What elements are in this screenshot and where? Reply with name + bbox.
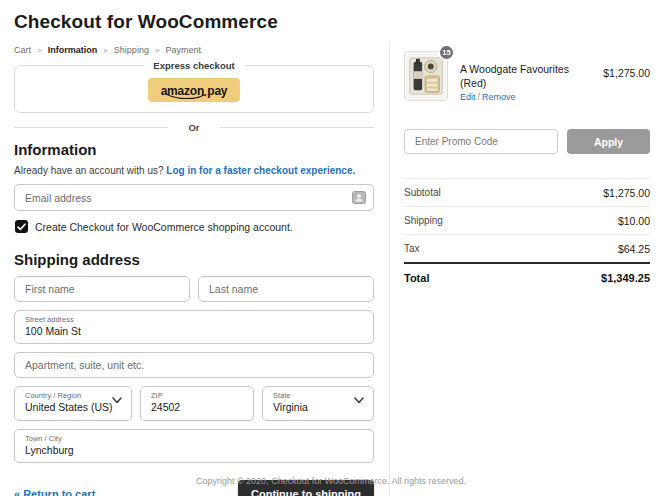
breadcrumb-separator: > (103, 46, 108, 55)
breadcrumb-payment[interactable]: Payment (166, 45, 202, 55)
state-select[interactable]: State Virginia (262, 386, 374, 420)
country-label: Country / Region (25, 391, 121, 401)
autofill-contact-icon[interactable] (352, 191, 366, 204)
apartment-row (14, 352, 374, 378)
shipping-cost-value: $10.00 (618, 215, 650, 227)
create-account-checkbox[interactable] (15, 220, 28, 233)
account-prompt-text: Already have an account with us? (14, 165, 164, 176)
subtotal-label: Subtotal (404, 187, 441, 198)
zip-field[interactable]: ZIP 24502 (140, 386, 254, 420)
state-label: State (273, 391, 363, 401)
or-label: Or (188, 122, 199, 133)
email-field-wrap (14, 184, 374, 211)
chevron-down-icon (112, 397, 122, 404)
breadcrumb: Cart > Information > Shipping > Payment (14, 45, 374, 55)
return-to-cart-link[interactable]: « Return to cart (14, 488, 95, 496)
shipping-cost-row: Shipping $10.00 (404, 207, 650, 235)
last-name-field[interactable] (198, 276, 374, 302)
apartment-field[interactable] (14, 352, 374, 378)
apply-promo-button[interactable]: Apply (567, 129, 650, 154)
cart-item-row: 15 A Woodgate Favourites (Red) Edit/Remo… (404, 51, 650, 102)
street-address-field[interactable]: Street address 100 Main St (14, 310, 374, 344)
express-checkout-box: Express checkout amazon pay (14, 65, 374, 113)
amazon-smile-icon (165, 93, 207, 99)
shipping-section: Shipping address Street address 100 Main… (14, 251, 374, 463)
country-value: United States (US) (25, 401, 121, 415)
breadcrumb-information[interactable]: Information (48, 45, 98, 55)
subtotal-value: $1,275.00 (603, 187, 650, 199)
town-city-value: Lynchburg (25, 444, 363, 458)
amazon-pay-button[interactable]: amazon pay (148, 78, 240, 102)
total-label: Total (404, 272, 429, 284)
promo-code-input[interactable] (404, 129, 558, 154)
town-city-label: Town / City (25, 434, 363, 444)
content-columns: Cart > Information > Shipping > Payment … (0, 41, 662, 496)
street-address-label: Street address (25, 315, 363, 325)
product-links: Edit/Remove (460, 92, 595, 102)
state-value: Virginia (273, 401, 363, 415)
product-thumbnail-wrap: 15 (404, 51, 448, 101)
remove-item-link[interactable]: Remove (482, 92, 516, 102)
copyright-footer: Copyright © 2020, Checkout for WooCommer… (0, 476, 662, 486)
create-account-row[interactable]: Create Checkout for WooCommerce shopping… (15, 220, 374, 233)
quantity-badge: 15 (438, 44, 455, 61)
zip-value: 24502 (151, 401, 243, 415)
order-summary-sidebar: 15 A Woodgate Favourites (Red) Edit/Remo… (389, 41, 650, 496)
tax-row: Tax $64.25 (404, 235, 650, 262)
create-account-label: Create Checkout for WooCommerce shopping… (35, 221, 293, 233)
shipping-heading: Shipping address (14, 251, 374, 268)
street-address-value: 100 Main St (25, 325, 363, 339)
region-row: Country / Region United States (US) ZIP … (14, 386, 374, 420)
shipping-cost-label: Shipping (404, 215, 443, 226)
product-info: A Woodgate Favourites (Red) Edit/Remove (460, 51, 595, 102)
chevron-down-icon (354, 397, 364, 404)
product-price: $1,275.00 (603, 51, 650, 79)
breadcrumb-separator: > (155, 46, 160, 55)
breadcrumb-shipping[interactable]: Shipping (114, 45, 149, 55)
order-totals: Subtotal $1,275.00 Shipping $10.00 Tax $… (404, 178, 650, 292)
checkout-page: Checkout for WooCommerce Cart > Informat… (0, 0, 662, 496)
product-name: A Woodgate Favourites (Red) (460, 63, 595, 90)
tax-label: Tax (404, 243, 420, 254)
login-link[interactable]: Log in for a faster checkout experience. (166, 165, 355, 176)
page-title: Checkout for WooCommerce (0, 0, 662, 41)
name-row (14, 276, 374, 302)
information-heading: Information (14, 141, 374, 158)
tax-value: $64.25 (618, 243, 650, 255)
country-select[interactable]: Country / Region United States (US) (14, 386, 132, 420)
total-value: $1,349.25 (601, 272, 650, 284)
total-row: Total $1,349.25 (404, 262, 650, 292)
zip-label: ZIP (151, 391, 243, 401)
breadcrumb-separator: > (37, 46, 42, 55)
or-divider: Or (14, 122, 374, 133)
express-checkout-legend: Express checkout (143, 60, 244, 71)
breadcrumb-cart[interactable]: Cart (14, 45, 31, 55)
email-field[interactable] (14, 184, 374, 211)
checkmark-icon (17, 223, 26, 231)
subtotal-row: Subtotal $1,275.00 (404, 179, 650, 207)
main-column: Cart > Information > Shipping > Payment … (14, 41, 374, 496)
town-city-field[interactable]: Town / City Lynchburg (14, 429, 374, 463)
edit-item-link[interactable]: Edit (460, 92, 476, 102)
account-prompt: Already have an account with us? Log in … (14, 165, 374, 176)
first-name-field[interactable] (14, 276, 190, 302)
promo-code-row: Apply (404, 129, 650, 154)
